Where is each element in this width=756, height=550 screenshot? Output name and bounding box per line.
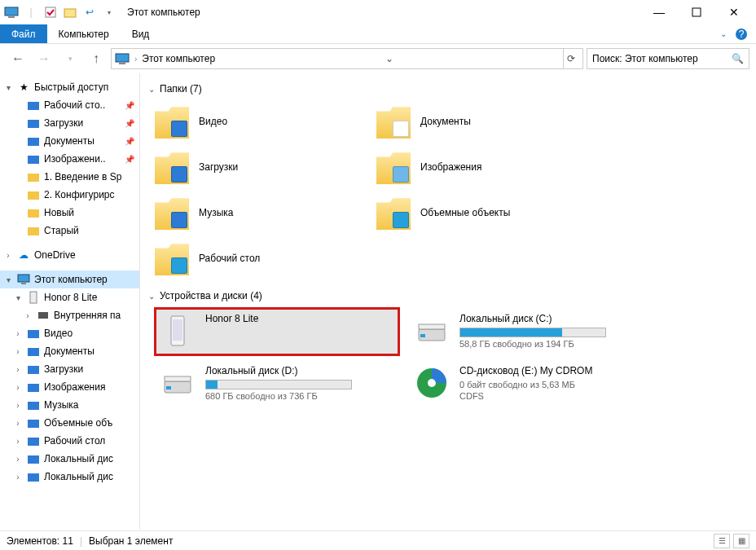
svg-rect-28: [28, 455, 39, 464]
sidebar-pc-child[interactable]: ›Музыка: [0, 396, 139, 414]
sidebar-pc-child[interactable]: ›Изображения: [0, 378, 139, 396]
sidebar-pc-child[interactable]: ›Объемные объ: [0, 414, 139, 432]
sidebar-pc-child[interactable]: ›Локальный дис: [0, 468, 139, 486]
svg-rect-23: [28, 366, 39, 374]
folder-Рабочий стол[interactable]: Рабочий стол: [155, 238, 367, 279]
group-devices[interactable]: ⌄Устройства и диски (4): [148, 290, 748, 301]
sidebar-pc-child[interactable]: ›Загрузки: [0, 360, 139, 378]
folder-Музыка[interactable]: Музыка: [155, 192, 367, 233]
svg-rect-9: [28, 102, 39, 110]
computer-icon: [16, 272, 31, 287]
sidebar-pc-child[interactable]: ›Документы: [0, 342, 139, 360]
group-folders[interactable]: ⌄Папки (7): [148, 83, 748, 95]
sidebar-quick-item[interactable]: Рабочий сто..📌: [0, 96, 139, 114]
svg-rect-34: [420, 334, 425, 337]
sidebar-quick-item[interactable]: 2. Конфигурирс: [0, 186, 139, 204]
folder-icon: [26, 98, 41, 112]
svg-rect-14: [28, 191, 39, 200]
address-dropdown-icon[interactable]: ⌄: [383, 53, 396, 64]
status-bar: Элементов: 11 | Выбран 1 элемент ☰ ▦: [0, 530, 756, 550]
up-button[interactable]: ↑: [85, 47, 108, 70]
chevron-down-icon: ⌄: [148, 292, 155, 301]
sidebar-pc-child[interactable]: ›Рабочий стол: [0, 432, 139, 450]
sidebar-internal-storage[interactable]: ›Внутренняя па: [0, 306, 139, 324]
device-label: Локальный диск (C:): [459, 313, 606, 324]
qat-dropdown-icon[interactable]: ▾: [101, 4, 117, 20]
folder-qat-icon[interactable]: [62, 4, 78, 20]
sidebar-quick-item[interactable]: Изображени..📌: [0, 150, 139, 168]
sidebar-this-pc[interactable]: ▾Этот компьютер: [0, 271, 139, 288]
device-CD-дисковод (E:) My CDROM[interactable]: CD-дисковод (E:) My CDROM0 байт свободно…: [409, 360, 653, 407]
folder-Загрузки[interactable]: Загрузки: [155, 147, 367, 187]
device-Локальный диск (D:)[interactable]: Локальный диск (D:)680 ГБ свободно из 73…: [155, 360, 399, 407]
folder-icon: [155, 104, 189, 139]
sidebar-quick-item[interactable]: Документы📌: [0, 132, 139, 150]
svg-rect-16: [28, 227, 39, 235]
undo-icon[interactable]: ↩: [81, 4, 98, 20]
svg-rect-17: [18, 275, 29, 282]
sidebar-quick-item[interactable]: Новый: [0, 204, 139, 222]
folder-icon: [26, 380, 41, 394]
sidebar-honor[interactable]: ▾Honor 8 Lite: [0, 288, 139, 306]
folder-icon: [26, 433, 41, 448]
folder-icon: [155, 196, 189, 230]
folder-Изображения[interactable]: Изображения: [376, 147, 588, 187]
svg-rect-26: [28, 420, 39, 428]
folder-icon: [26, 416, 41, 430]
address-chevron-icon[interactable]: ›: [134, 55, 137, 64]
chevron-down-icon: ⌄: [148, 85, 155, 94]
device-label: Локальный диск (D:): [205, 365, 352, 376]
search-icon[interactable]: 🔍: [732, 53, 744, 64]
svg-rect-31: [173, 319, 182, 341]
pin-icon: 📌: [125, 101, 139, 110]
view-icons-button[interactable]: ▦: [733, 534, 749, 548]
folder-icon: [26, 398, 41, 412]
sidebar-quick-item[interactable]: Загрузки📌: [0, 114, 139, 132]
device-icon: [414, 313, 450, 349]
back-button[interactable]: ←: [7, 47, 29, 70]
status-selection: Выбран 1 элемент: [89, 535, 173, 547]
view-details-button[interactable]: ☰: [714, 534, 730, 548]
device-Honor 8 Lite[interactable]: Honor 8 Lite: [155, 308, 399, 355]
close-button[interactable]: ✕: [715, 0, 753, 24]
svg-rect-4: [692, 8, 701, 16]
tab-computer[interactable]: Компьютер: [47, 24, 121, 43]
address-text[interactable]: Этот компьютер: [142, 53, 215, 64]
pin-icon: 📌: [125, 119, 139, 128]
folder-Документы[interactable]: Документы: [376, 101, 588, 142]
recent-dropdown[interactable]: ▾: [59, 47, 81, 70]
svg-rect-13: [28, 174, 39, 182]
folder-icon: [26, 116, 41, 130]
maximize-button[interactable]: [678, 0, 715, 24]
svg-rect-29: [28, 473, 39, 482]
tab-file[interactable]: Файл: [0, 24, 47, 43]
content-pane: ⌄Папки (7) ВидеоДокументыЗагрузкиИзображ…: [140, 73, 756, 530]
address-bar[interactable]: › Этот компьютер ⌄ ⟳: [111, 48, 583, 69]
folder-icon: [376, 104, 411, 139]
window-title: Этот компьютер: [127, 7, 200, 18]
sidebar-quick-item[interactable]: 1. Введение в Sp: [0, 168, 139, 186]
minimize-button[interactable]: —: [640, 0, 678, 24]
computer-icon: [3, 4, 20, 20]
svg-rect-18: [21, 283, 26, 284]
tab-view[interactable]: Вид: [121, 24, 161, 43]
folder-icon: [26, 326, 41, 341]
folder-Объемные объекты[interactable]: Объемные объекты: [376, 192, 588, 233]
search-input[interactable]: Поиск: Этот компьютер 🔍: [587, 48, 749, 69]
sidebar-onedrive[interactable]: ›☁OneDrive: [0, 246, 139, 264]
sidebar-quick-item[interactable]: Старый: [0, 222, 139, 240]
svg-rect-12: [28, 156, 39, 164]
device-sub: 58,8 ГБ свободно из 194 ГБ: [459, 339, 606, 349]
help-icon[interactable]: ?: [735, 28, 748, 41]
svg-rect-3: [64, 9, 76, 17]
checkbox-icon[interactable]: [42, 4, 59, 20]
forward-button[interactable]: →: [33, 47, 55, 70]
folder-Видео[interactable]: Видео: [155, 101, 367, 142]
device-Локальный диск (C:)[interactable]: Локальный диск (C:)58,8 ГБ свободно из 1…: [409, 308, 653, 355]
device-icon: [160, 365, 196, 401]
sidebar-pc-child[interactable]: ›Видео: [0, 324, 139, 342]
sidebar-quick-access[interactable]: ▾★Быстрый доступ: [0, 78, 139, 96]
ribbon-expand-icon[interactable]: ⌄: [720, 29, 727, 38]
sidebar-pc-child[interactable]: ›Локальный дис: [0, 450, 139, 468]
refresh-button[interactable]: ⟳: [563, 49, 579, 68]
